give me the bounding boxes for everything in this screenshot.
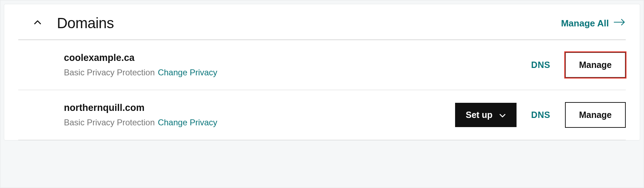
domain-row: coolexample.caBasic Privacy Protection C… [18, 40, 626, 90]
domain-info: northernquill.comBasic Privacy Protectio… [64, 102, 455, 127]
domain-name: northernquill.com [64, 102, 455, 113]
setup-button[interactable]: Set up [455, 103, 516, 127]
privacy-status: Basic Privacy Protection [64, 68, 155, 77]
domain-list: coolexample.caBasic Privacy Protection C… [18, 40, 626, 140]
domains-panel: Domains Manage All coolexample.caBasic P… [4, 4, 640, 140]
domain-actions: Set upDNSManage [455, 102, 626, 128]
manage-all-label: Manage All [561, 18, 609, 29]
collapse-toggle[interactable] [18, 18, 57, 29]
manage-button[interactable]: Manage [565, 52, 626, 78]
manage-button[interactable]: Manage [565, 102, 626, 128]
arrow-right-icon [614, 18, 626, 29]
domain-name: coolexample.ca [64, 52, 531, 63]
dns-link[interactable]: DNS [531, 60, 550, 70]
section-header: Domains Manage All [18, 4, 626, 40]
chevron-down-icon [499, 110, 506, 120]
domain-row: northernquill.comBasic Privacy Protectio… [18, 90, 626, 140]
setup-label: Set up [466, 110, 492, 120]
privacy-line: Basic Privacy Protection Change Privacy [64, 68, 531, 77]
dns-link[interactable]: DNS [531, 110, 550, 120]
change-privacy-link[interactable]: Change Privacy [158, 118, 217, 127]
domain-actions: DNSManage [531, 52, 626, 78]
change-privacy-link[interactable]: Change Privacy [158, 68, 217, 77]
privacy-line: Basic Privacy Protection Change Privacy [64, 118, 455, 127]
section-title: Domains [57, 15, 561, 32]
page-background: Domains Manage All coolexample.caBasic P… [0, 0, 644, 188]
manage-all-link[interactable]: Manage All [561, 18, 626, 29]
privacy-status: Basic Privacy Protection [64, 118, 155, 127]
domain-info: coolexample.caBasic Privacy Protection C… [64, 52, 531, 77]
chevron-up-icon [33, 18, 42, 29]
